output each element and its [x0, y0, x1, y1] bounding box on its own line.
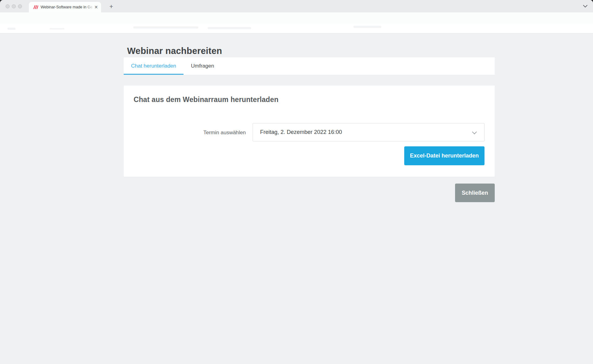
page-title: Webinar nachbereiten	[127, 46, 222, 56]
active-tab-underline	[124, 74, 184, 75]
chat-download-card: Chat aus dem Webinarraum herunterladen T…	[124, 86, 495, 177]
termin-selected-value: Freitag, 2. Dezember 2022 16:00	[260, 123, 342, 141]
browser-tabstrip: Webinar-Software made in Ger ✕ +	[0, 0, 593, 12]
new-tab-button[interactable]: +	[107, 2, 116, 11]
tab-chat-herunterladen[interactable]: Chat herunterladen	[124, 57, 184, 75]
window-zoom-button[interactable]	[18, 4, 22, 8]
browser-tab[interactable]: Webinar-Software made in Ger ✕	[29, 2, 101, 12]
tab-title-fade	[86, 3, 94, 11]
tab-close-icon[interactable]: ✕	[94, 5, 98, 9]
termin-select[interactable]: Freitag, 2. Dezember 2022 16:00	[253, 123, 485, 141]
faded-content	[7, 28, 15, 30]
page-header-band	[0, 24, 593, 33]
window-minimize-button[interactable]	[12, 4, 16, 8]
tab-overview-chevron-icon[interactable]	[582, 4, 588, 9]
browser-window: Webinar-Software made in Ger ✕ + edu	[0, 0, 593, 364]
faded-content	[133, 26, 198, 29]
modal-tabbar: Chat herunterladen Umfragen	[124, 57, 495, 75]
faded-content	[208, 27, 251, 29]
card-heading: Chat aus dem Webinarraum herunterladen	[134, 95, 278, 104]
excel-download-button[interactable]: Excel-Datei herunterladen	[404, 146, 485, 165]
window-close-button[interactable]	[6, 4, 10, 8]
browser-toolbar: edudip.com ★ ⋮	[0, 12, 593, 24]
termin-label: Termin auswählen	[124, 130, 246, 136]
close-button[interactable]: Schließen	[455, 184, 495, 202]
edudip-favicon-icon	[33, 5, 38, 9]
tab-label: Umfragen	[191, 63, 214, 69]
tab-label: Chat herunterladen	[131, 63, 176, 69]
faded-content	[50, 28, 64, 29]
browser-tab-title: Webinar-Software made in Ger	[41, 5, 92, 9]
tab-umfragen[interactable]: Umfragen	[184, 57, 222, 75]
faded-content	[353, 26, 381, 28]
chevron-down-icon	[472, 130, 477, 135]
